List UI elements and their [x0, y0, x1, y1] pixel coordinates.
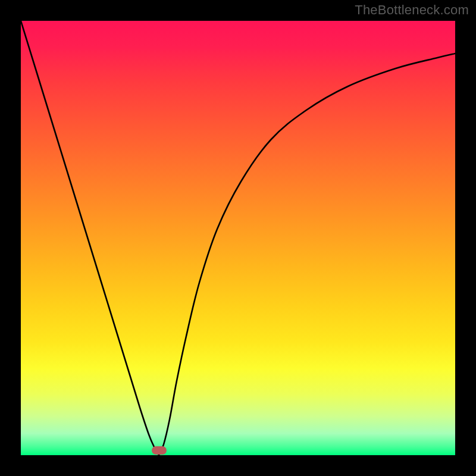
chart-container: TheBottleneck.com [0, 0, 476, 476]
plot-area [21, 21, 455, 455]
attribution-text: TheBottleneck.com [355, 2, 469, 18]
bottleneck-curve [21, 21, 455, 455]
optimal-point-marker [152, 446, 167, 455]
